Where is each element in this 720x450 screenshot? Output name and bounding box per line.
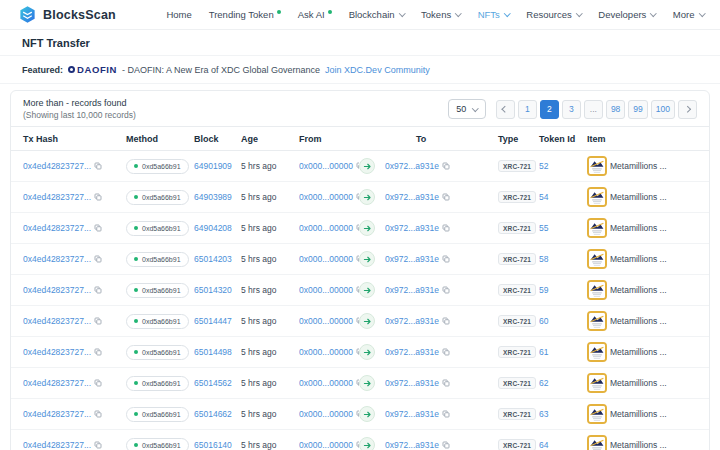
page-button[interactable]: 3: [562, 100, 581, 119]
method-badge[interactable]: 0xd5a66b91: [126, 283, 189, 298]
block-link[interactable]: 65016140: [194, 440, 232, 450]
method-badge[interactable]: 0xd5a66b91: [126, 345, 189, 360]
nft-thumbnail[interactable]: [587, 218, 607, 238]
copy-icon[interactable]: [94, 410, 102, 418]
block-link[interactable]: 65014447: [194, 316, 232, 326]
nft-thumbnail[interactable]: [587, 311, 607, 331]
block-link[interactable]: 65014498: [194, 347, 232, 357]
token-id-link[interactable]: 54: [539, 192, 548, 202]
from-address-link[interactable]: 0x000...00000: [299, 223, 353, 233]
method-badge[interactable]: 0xd5a66b91: [126, 407, 189, 422]
to-address-link[interactable]: 0x972...a931e: [385, 223, 439, 233]
copy-icon[interactable]: [442, 379, 450, 387]
copy-icon[interactable]: [94, 224, 102, 232]
nav-item[interactable]: More: [673, 9, 704, 20]
copy-icon[interactable]: [442, 255, 450, 263]
to-address-link[interactable]: 0x972...a931e: [385, 440, 439, 450]
block-link[interactable]: 64903989: [194, 192, 232, 202]
method-badge[interactable]: 0xd5a66b91: [126, 314, 189, 329]
block-link[interactable]: 65014320: [194, 285, 232, 295]
nft-thumbnail[interactable]: [587, 435, 607, 450]
tx-hash-link[interactable]: 0x4ed42823727...: [23, 440, 91, 450]
copy-icon[interactable]: [94, 441, 102, 449]
nav-item[interactable]: NFTs: [478, 9, 510, 20]
to-address-link[interactable]: 0x972...a931e: [385, 378, 439, 388]
block-link[interactable]: 64901909: [194, 161, 232, 171]
from-address-link[interactable]: 0x000...00000: [299, 285, 353, 295]
nft-collection-link[interactable]: Metamillions ...: [610, 378, 667, 388]
to-address-link[interactable]: 0x972...a931e: [385, 161, 439, 171]
nav-item[interactable]: Trending Token: [209, 9, 281, 20]
tx-hash-link[interactable]: 0x4ed42823727...: [23, 316, 91, 326]
copy-icon[interactable]: [94, 286, 102, 294]
method-badge[interactable]: 0xd5a66b91: [126, 221, 189, 236]
tx-hash-link[interactable]: 0x4ed42823727...: [23, 254, 91, 264]
nft-collection-link[interactable]: Metamillions ...: [610, 161, 667, 171]
next-page-button[interactable]: [678, 100, 697, 119]
tx-hash-link[interactable]: 0x4ed42823727...: [23, 347, 91, 357]
nav-item[interactable]: Resources: [526, 9, 581, 20]
copy-icon[interactable]: [442, 348, 450, 356]
method-badge[interactable]: 0xd5a66b91: [126, 438, 189, 450]
featured-community-link[interactable]: Join XDC.Dev Community: [325, 65, 430, 75]
copy-icon[interactable]: [442, 410, 450, 418]
nav-item[interactable]: Ask AI: [298, 9, 332, 20]
to-address-link[interactable]: 0x972...a931e: [385, 254, 439, 264]
nav-item[interactable]: Blockchain: [349, 9, 404, 20]
to-address-link[interactable]: 0x972...a931e: [385, 316, 439, 326]
copy-icon[interactable]: [442, 317, 450, 325]
nft-collection-link[interactable]: Metamillions ...: [610, 192, 667, 202]
block-link[interactable]: 65014203: [194, 254, 232, 264]
copy-icon[interactable]: [442, 286, 450, 294]
to-address-link[interactable]: 0x972...a931e: [385, 285, 439, 295]
token-id-link[interactable]: 61: [539, 347, 548, 357]
copy-icon[interactable]: [94, 317, 102, 325]
nav-item[interactable]: Developers: [598, 9, 656, 20]
block-link[interactable]: 64904208: [194, 223, 232, 233]
daofin-logo[interactable]: DAOFIN: [68, 64, 117, 75]
token-id-link[interactable]: 55: [539, 223, 548, 233]
from-address-link[interactable]: 0x000...00000: [299, 161, 353, 171]
nav-item[interactable]: Tokens: [421, 9, 461, 20]
brand-logo[interactable]: BlocksScan: [18, 5, 116, 24]
copy-icon[interactable]: [94, 348, 102, 356]
from-address-link[interactable]: 0x000...00000: [299, 192, 353, 202]
nft-thumbnail[interactable]: [587, 187, 607, 207]
token-id-link[interactable]: 64: [539, 440, 548, 450]
tx-hash-link[interactable]: 0x4ed42823727...: [23, 223, 91, 233]
to-address-link[interactable]: 0x972...a931e: [385, 192, 439, 202]
method-badge[interactable]: 0xd5a66b91: [126, 190, 189, 205]
copy-icon[interactable]: [94, 255, 102, 263]
copy-icon[interactable]: [94, 162, 102, 170]
page-button[interactable]: 100: [651, 100, 675, 119]
page-size-select[interactable]: 50: [448, 99, 486, 119]
tx-hash-link[interactable]: 0x4ed42823727...: [23, 285, 91, 295]
page-button[interactable]: 99: [628, 100, 647, 119]
tx-hash-link[interactable]: 0x4ed42823727...: [23, 192, 91, 202]
token-id-link[interactable]: 52: [539, 161, 548, 171]
from-address-link[interactable]: 0x000...00000: [299, 347, 353, 357]
nft-thumbnail[interactable]: [587, 404, 607, 424]
from-address-link[interactable]: 0x000...00000: [299, 254, 353, 264]
from-address-link[interactable]: 0x000...00000: [299, 378, 353, 388]
block-link[interactable]: 65014562: [194, 378, 232, 388]
tx-hash-link[interactable]: 0x4ed42823727...: [23, 409, 91, 419]
copy-icon[interactable]: [94, 379, 102, 387]
nft-collection-link[interactable]: Metamillions ...: [610, 409, 667, 419]
nft-collection-link[interactable]: Metamillions ...: [610, 316, 667, 326]
token-id-link[interactable]: 59: [539, 285, 548, 295]
page-button[interactable]: 98: [606, 100, 625, 119]
nft-collection-link[interactable]: Metamillions ...: [610, 347, 667, 357]
tx-hash-link[interactable]: 0x4ed42823727...: [23, 161, 91, 171]
nft-collection-link[interactable]: Metamillions ...: [610, 285, 667, 295]
to-address-link[interactable]: 0x972...a931e: [385, 409, 439, 419]
from-address-link[interactable]: 0x000...00000: [299, 409, 353, 419]
method-badge[interactable]: 0xd5a66b91: [126, 252, 189, 267]
token-id-link[interactable]: 58: [539, 254, 548, 264]
nft-thumbnail[interactable]: [587, 373, 607, 393]
to-address-link[interactable]: 0x972...a931e: [385, 347, 439, 357]
method-badge[interactable]: 0xd5a66b91: [126, 376, 189, 391]
nft-collection-link[interactable]: Metamillions ...: [610, 254, 667, 264]
nft-thumbnail[interactable]: [587, 342, 607, 362]
copy-icon[interactable]: [442, 162, 450, 170]
